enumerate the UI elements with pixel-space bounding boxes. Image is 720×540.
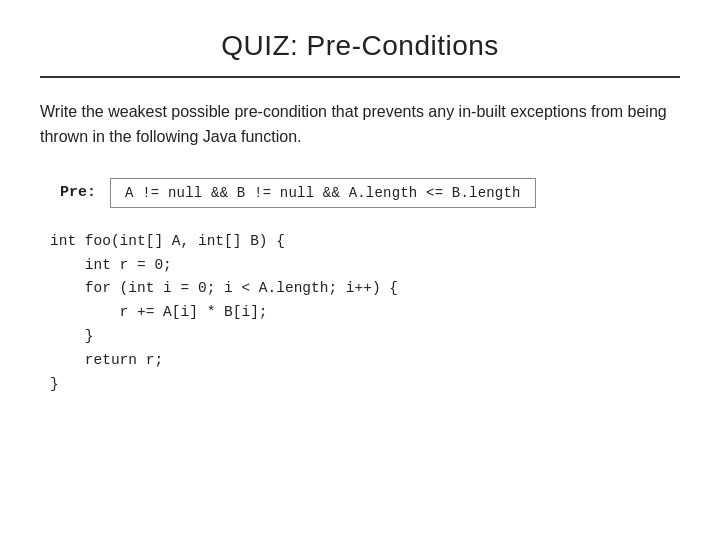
description-text: Write the weakest possible pre-condition… [40,100,680,150]
pre-label: Pre: [60,184,96,201]
pre-condition-value: A != null && B != null && A.length <= B.… [110,178,536,208]
page-title: QUIZ: Pre-Conditions [40,30,680,62]
pre-condition-row: Pre: A != null && B != null && A.length … [60,178,680,208]
title-divider [40,76,680,78]
code-block: int foo(int[] A, int[] B) { int r = 0; f… [50,230,680,397]
page: QUIZ: Pre-Conditions Write the weakest p… [0,0,720,540]
